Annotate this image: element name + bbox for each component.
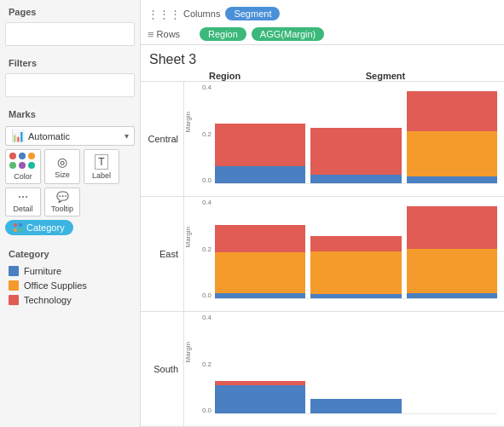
bar-segment <box>215 166 305 184</box>
category-pill[interactable]: Category <box>5 220 73 235</box>
rows-pill-region[interactable]: Region <box>200 27 246 41</box>
legend-item-technology: Technology <box>9 295 131 305</box>
bar-cell-south: Margin0.40.20.0 <box>183 312 504 426</box>
rows-shelf: ≡ Rows Region AGG(Margin) <box>141 24 504 44</box>
color-button[interactable]: Color <box>5 149 41 184</box>
region-label-east: East <box>141 197 183 311</box>
bar-segment <box>310 236 401 251</box>
bar-group-0 <box>215 202 305 299</box>
y-axis-tick-label: 0.2 <box>202 245 211 253</box>
columns-shelf-label: ⋮⋮⋮ Columns <box>148 8 220 20</box>
marks-buttons-row1: Color ◎ Size T Label <box>5 149 135 184</box>
bar-cell-east: Margin0.40.20.0 <box>183 197 504 311</box>
bar-segment <box>215 252 305 293</box>
color-icon <box>9 153 37 170</box>
tooltip-button-label: Tooltip <box>51 205 73 213</box>
office-supplies-swatch <box>9 280 19 291</box>
y-axis-tick-label: 0.0 <box>202 176 211 184</box>
columns-shelf: ⋮⋮⋮ Columns Segment <box>141 3 504 24</box>
pages-label: Pages <box>0 0 140 20</box>
bar-segment <box>215 385 305 414</box>
filters-label: Filters <box>0 51 140 72</box>
label-button-label: Label <box>92 171 111 180</box>
bar-group-1 <box>310 317 401 414</box>
y-axis-tick-label: 0.2 <box>202 130 211 138</box>
marks-dropdown-icon: 📊 <box>11 130 25 142</box>
left-panel: Pages Filters Marks 📊 Automatic ▾ <box>0 0 141 427</box>
category-section: Category Furniture Office Supplies Techn… <box>0 242 140 312</box>
y-axis-margin-label: Margin <box>184 342 192 362</box>
region-label-central: Central <box>141 82 183 196</box>
y-axis-east: Margin0.40.20.0 <box>188 199 211 311</box>
technology-label: Technology <box>24 295 72 305</box>
color-button-label: Color <box>14 172 32 181</box>
columns-label-text: Columns <box>183 9 220 19</box>
rows-shelf-label: ≡ Rows <box>148 28 194 41</box>
chart-area: Region Segment CentralMargin0.40.20.0Eas… <box>141 71 504 427</box>
tooltip-icon: 💬 <box>56 191 69 203</box>
bar-group-0 <box>215 87 305 184</box>
marks-buttons-row2: ⋯ Detail 💬 Tooltip <box>5 188 135 216</box>
columns-icon: ⋮⋮⋮ <box>148 8 181 20</box>
bar-segment <box>215 124 305 166</box>
sheet-title: Sheet 3 <box>141 45 504 71</box>
bar-group-2 <box>407 317 497 414</box>
bar-group-2 <box>407 87 497 184</box>
rows-pill-agg-margin[interactable]: AGG(Margin) <box>252 27 324 41</box>
detail-button[interactable]: ⋯ Detail <box>5 188 41 216</box>
rows-label-text: Rows <box>157 29 181 39</box>
size-button[interactable]: ◎ Size <box>44 149 80 184</box>
bar-segment <box>310 251 401 294</box>
y-axis-tick-label: 0.0 <box>202 407 211 414</box>
filters-section: Filters <box>0 51 140 102</box>
bar-group-1 <box>310 87 401 184</box>
bar-group-0 <box>215 317 305 414</box>
y-axis-south: Margin0.40.20.0 <box>188 314 211 426</box>
y-axis-tick-label: 0.2 <box>202 361 211 368</box>
bars-wrapper-east <box>211 199 501 311</box>
marks-section: Marks 📊 Automatic ▾ Color ◎ Size <box>0 102 140 242</box>
toolbar-row: ⋮⋮⋮ Columns Segment ≡ Rows Region AGG(Ma… <box>141 0 504 45</box>
marks-dropdown-label: Automatic <box>28 131 121 141</box>
label-icon: T <box>95 154 107 170</box>
y-axis-margin-label: Margin <box>184 112 192 132</box>
segment-header: Segment <box>267 71 504 81</box>
marks-type-dropdown[interactable]: 📊 Automatic ▾ <box>5 126 135 146</box>
bar-segment <box>407 206 497 249</box>
filters-box <box>5 73 135 97</box>
technology-swatch <box>9 295 19 305</box>
bar-segment <box>407 131 497 176</box>
bars-wrapper-central <box>211 84 501 196</box>
bar-segment <box>407 249 497 293</box>
legend-item-furniture: Furniture <box>9 266 131 276</box>
main-area: ⋮⋮⋮ Columns Segment ≡ Rows Region AGG(Ma… <box>141 0 504 427</box>
pages-box <box>5 22 135 46</box>
bar-cell-central: Margin0.40.20.0 <box>183 82 504 196</box>
category-section-label: Category <box>0 242 140 263</box>
columns-pill[interactable]: Segment <box>225 7 280 20</box>
bar-segment <box>407 91 497 132</box>
bars-wrapper-south <box>211 314 501 426</box>
bar-segment <box>310 399 401 414</box>
label-button[interactable]: T Label <box>84 149 119 184</box>
category-pill-label: Category <box>26 222 65 233</box>
pages-section: Pages <box>0 0 140 51</box>
dropdown-arrow-icon: ▾ <box>125 131 129 141</box>
legend-item-office-supplies: Office Supplies <box>9 280 131 291</box>
y-axis-tick-label: 0.4 <box>202 314 211 321</box>
chart-row-central: CentralMargin0.40.20.0 <box>141 82 504 197</box>
size-button-label: Size <box>55 170 70 179</box>
y-axis-central: Margin0.40.20.0 <box>188 84 211 196</box>
bar-segment <box>215 225 305 252</box>
bar-group-1 <box>310 202 401 299</box>
y-axis-margin-label: Margin <box>184 227 192 247</box>
chart-row-south: SouthMargin0.40.20.0 <box>141 312 504 427</box>
detail-icon: ⋯ <box>18 191 28 203</box>
marks-label: Marks <box>0 102 140 123</box>
bar-segment <box>310 128 401 175</box>
bar-group-2 <box>407 202 497 299</box>
y-axis-tick-label: 0.0 <box>202 291 211 299</box>
region-header: Region <box>207 71 267 81</box>
rows-icon: ≡ <box>148 28 154 41</box>
tooltip-button[interactable]: 💬 Tooltip <box>44 188 80 216</box>
